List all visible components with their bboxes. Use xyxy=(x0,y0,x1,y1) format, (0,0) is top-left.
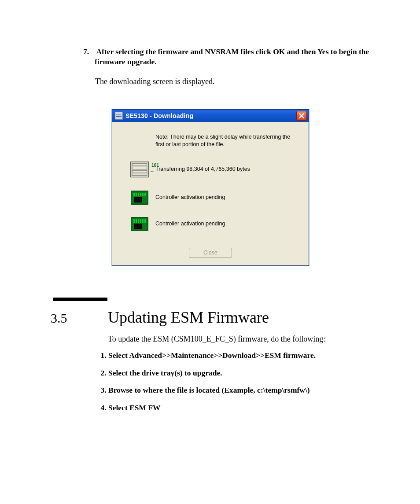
section-intro: To update the ESM (CSM100_E_FC_S) firmwa… xyxy=(108,335,389,344)
transfer-badge: 101 xyxy=(151,163,159,168)
note-text: Note: There may be a slight delay while … xyxy=(155,133,297,148)
section-step-4: Select ESM FW xyxy=(108,403,389,413)
section-step-2: Select the drive tray(s) to upgrade. xyxy=(108,368,389,379)
controller-chip-icon xyxy=(131,217,148,231)
section-steps: Select Advanced>>Maintenance>>Download>>… xyxy=(98,350,389,420)
close-button-rest: lose xyxy=(207,250,217,256)
close-button-mnemonic: C xyxy=(203,250,207,256)
document-page: 7. After selecting the firmware and NVSR… xyxy=(0,0,420,504)
close-button: Close xyxy=(189,248,232,258)
note-row: Note: There may be a slight delay while … xyxy=(124,133,297,148)
close-button-row: Close xyxy=(124,248,297,258)
controller-a-text: Controller activation pending xyxy=(155,194,297,201)
controller-b-row: Controller activation pending xyxy=(124,217,297,231)
dialog-body: Note: There may be a slight delay while … xyxy=(112,122,309,265)
transfer-row: 101 ← Transferring 98,304 of 4,765,360 b… xyxy=(124,162,297,177)
section-rule xyxy=(53,298,107,301)
dialog-window: SE5130 - Downloading Note: There may be … xyxy=(112,109,309,266)
step-7-number: 7. xyxy=(83,47,95,57)
step-7-heading: 7. After selecting the firmware and NVSR… xyxy=(95,47,389,67)
controller-b-text: Controller activation pending xyxy=(155,220,297,228)
section-heading-row: 3.5 Updating ESM Firmware xyxy=(51,308,389,327)
section-step-3: Browse to where the file is located (Exa… xyxy=(108,385,389,396)
controller-a-row: Controller activation pending xyxy=(124,191,297,205)
section-step-1: Select Advanced>>Maintenance>>Download>>… xyxy=(108,350,389,361)
screenshot-downloading-dialog: SE5130 - Downloading Note: There may be … xyxy=(112,109,308,266)
close-icon[interactable] xyxy=(296,111,307,121)
step-7-body: The downloading screen is displayed. xyxy=(95,77,389,86)
section-title: Updating ESM Firmware xyxy=(108,308,269,327)
transfer-text: Transferring 98,304 of 4,765,360 bytes xyxy=(155,166,297,173)
controller-chip-icon xyxy=(131,191,148,205)
storage-rack-icon: 101 ← xyxy=(130,162,149,177)
dialog-title: SE5130 - Downloading xyxy=(125,112,296,119)
section-number: 3.5 xyxy=(51,311,108,326)
dialog-titlebar[interactable]: SE5130 - Downloading xyxy=(112,110,309,122)
app-icon xyxy=(115,112,123,120)
arrow-left-icon: ← xyxy=(150,169,155,174)
step-7-text: After selecting the firmware and NVSRAM … xyxy=(95,47,369,66)
